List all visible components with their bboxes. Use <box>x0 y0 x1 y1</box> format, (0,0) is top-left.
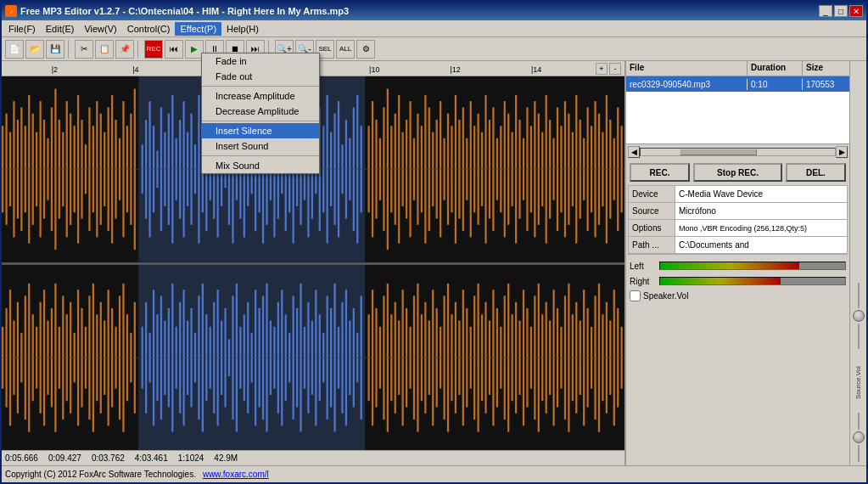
file-name: rec0329-090540.mp3 <box>626 79 748 90</box>
h-scrollbar[interactable]: ◀ ▶ <box>628 146 848 158</box>
speaker-vol-checkbox[interactable] <box>630 290 641 301</box>
maximize-button[interactable]: □ <box>834 5 848 17</box>
effect-mix-sound[interactable]: Mix Sound <box>202 158 319 173</box>
toolbar-sep2 <box>137 40 141 59</box>
device-label: Device <box>629 186 675 202</box>
title-bar: ♪ Free MP3 Editor v1.2.7 - C:\Ontecnia\0… <box>2 2 866 20</box>
options-value: Mono ,VBR Encoding (256,128,Qty:5) <box>675 220 847 236</box>
vol-slider-2[interactable] <box>853 431 865 443</box>
app-window: ♪ Free MP3 Editor v1.2.7 - C:\Ontecnia\0… <box>0 0 868 484</box>
menu-view[interactable]: View(V) <box>79 22 121 36</box>
ruler-mark-14: |14 <box>531 65 541 74</box>
stop-rec-button[interactable]: Stop REC. <box>693 163 782 182</box>
menu-control[interactable]: Control(C) <box>122 22 176 36</box>
right-level-row: Right <box>626 273 849 289</box>
toolbar-cut[interactable]: ✂ <box>75 40 93 59</box>
slider-track-3 <box>858 413 860 430</box>
right-level-bar <box>660 278 781 284</box>
effect-decrease-amp[interactable]: Decrease Amplitude <box>202 104 319 119</box>
scroll-left-btn[interactable]: ◀ <box>628 146 640 158</box>
toolbar-open[interactable]: 📂 <box>25 40 44 59</box>
info-panel: Device C-Media Wave Device Source Micróf… <box>628 185 848 255</box>
right-level-bar-container <box>659 277 846 285</box>
source-vol-area: Source.Vol <box>853 283 865 399</box>
zoom-in-btn[interactable]: + <box>596 63 608 75</box>
menu-file[interactable]: File(F) <box>3 22 41 36</box>
track-time-2: 0:09.427 <box>48 453 81 463</box>
source-vol-slider[interactable] <box>853 310 865 322</box>
effect-insert-sound[interactable]: Insert Sound <box>202 138 319 154</box>
source-value: Micrófono <box>675 203 847 219</box>
toolbar-record[interactable]: REC <box>144 40 163 59</box>
speaker-vol-row: Speaker.Vol <box>626 289 849 303</box>
rec-controls: REC. Stop REC. DEL. <box>626 160 849 185</box>
vol-slider-2-area <box>853 413 865 462</box>
waveform-track-bottom[interactable] <box>2 265 624 451</box>
ruler-mark-12: |12 <box>450 65 460 74</box>
scroll-track[interactable] <box>640 148 836 156</box>
source-row: Source Micrófono <box>629 203 847 220</box>
speaker-vol-label: Speaker.Vol <box>643 291 688 301</box>
file-list-row[interactable]: rec0329-090540.mp3 0:10 170553 <box>626 76 849 92</box>
waveform-svg-bottom <box>2 265 624 451</box>
source-label: Source <box>629 203 675 219</box>
toolbar-copy[interactable]: 📋 <box>95 40 114 59</box>
toolbar: 📄 📂 💾 ✂ 📋 📌 REC ⏮ ▶ ⏸ ⏹ ⏭ 🔍+ 🔍- SEL ALL … <box>2 37 866 61</box>
left-level-bar-container <box>659 262 846 270</box>
toolbar-save[interactable]: 💾 <box>46 40 64 59</box>
scroll-thumb[interactable] <box>680 149 758 155</box>
path-label[interactable]: Path ... <box>629 237 675 253</box>
track-time-5: 1:1024 <box>178 453 204 463</box>
right-panel: File Duration Size rec0329-090540.mp3 0:… <box>624 61 866 465</box>
path-value: C:\Documents and <box>675 237 847 253</box>
copyright-text: Copyright (C) 2012 FoxArc Software Techn… <box>5 470 196 479</box>
effect-fade-out[interactable]: Fade out <box>202 69 319 84</box>
toolbar-sep1 <box>68 40 71 59</box>
file-col-dur-header: Duration <box>748 61 803 76</box>
effect-sep2 <box>202 121 319 121</box>
rec-button[interactable]: REC. <box>630 163 690 182</box>
minimize-button[interactable]: _ <box>819 5 832 17</box>
del-button[interactable]: DEL. <box>786 163 846 182</box>
file-size: 170553 <box>803 79 849 90</box>
menu-bar: File(F) Edit(E) View(V) Control(C) Effec… <box>2 20 866 37</box>
toolbar-zoom-all[interactable]: ALL <box>336 40 355 59</box>
track-time-1: 0:05.666 <box>5 453 38 463</box>
status-bar: Copyright (C) 2012 FoxArc Software Techn… <box>2 465 866 482</box>
menu-edit[interactable]: Edit(E) <box>41 22 80 36</box>
sliders-panel: Source.Vol <box>849 61 866 465</box>
options-label: Options <box>629 220 675 236</box>
effect-increase-amp[interactable]: Increase Amplitude <box>202 88 319 104</box>
effect-sep3 <box>202 155 319 156</box>
slider-track-2 <box>858 324 860 349</box>
scroll-right-btn[interactable]: ▶ <box>836 146 848 158</box>
toolbar-prev[interactable]: ⏮ <box>165 40 183 59</box>
slider-track-4 <box>858 445 860 462</box>
menu-effect[interactable]: Effect(P) <box>175 22 221 36</box>
right-label: Right <box>630 277 659 286</box>
zoom-out-btn[interactable]: - <box>609 63 621 75</box>
track-time-4: 4:03.461 <box>135 453 168 463</box>
menu-help[interactable]: Help(H) <box>221 22 264 36</box>
path-row: Path ... C:\Documents and <box>629 237 847 254</box>
file-duration: 0:10 <box>748 79 803 90</box>
file-list-header: File Duration Size <box>626 61 849 76</box>
ruler-mark-2: |2 <box>52 65 58 74</box>
left-label: Left <box>630 262 659 271</box>
ruler-mark-10: |10 <box>369 65 379 74</box>
effect-fade-in[interactable]: Fade in <box>202 53 319 69</box>
toolbar-new[interactable]: 📄 <box>5 40 24 59</box>
left-level-row: Left <box>626 258 849 273</box>
website-link[interactable]: www.foxarc.com/l <box>203 470 269 479</box>
source-vol-label: Source.Vol <box>854 352 862 399</box>
file-col-name-header: File <box>626 61 748 76</box>
toolbar-settings[interactable]: ⚙ <box>356 40 375 59</box>
effect-insert-silence[interactable]: Insert Silence <box>202 123 319 138</box>
track-size: 42.9M <box>214 453 238 463</box>
effect-dropdown: Fade in Fade out Increase Amplitude Decr… <box>201 53 320 174</box>
close-button[interactable]: ✕ <box>849 5 863 17</box>
file-list-body[interactable]: rec0329-090540.mp3 0:10 170553 <box>626 76 849 144</box>
left-level-bar <box>660 262 799 269</box>
toolbar-paste[interactable]: 📌 <box>115 40 134 59</box>
effect-sep1 <box>202 86 319 87</box>
